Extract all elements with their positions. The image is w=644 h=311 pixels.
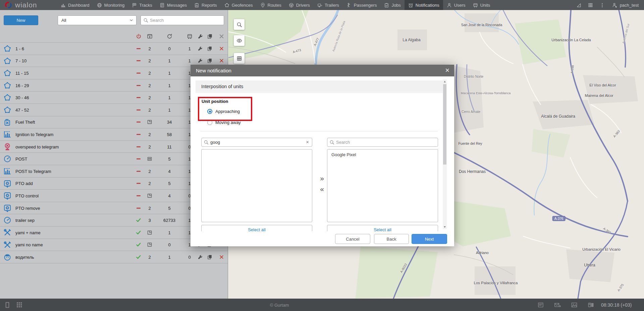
image-icon[interactable] (571, 302, 578, 308)
nav-item-units[interactable]: Units (469, 0, 494, 10)
disabled-dash-icon[interactable] (133, 193, 144, 198)
panel-search-input[interactable] (150, 16, 220, 25)
column-header-autoplay-icon[interactable] (145, 34, 155, 39)
disabled-dash-icon[interactable] (133, 95, 144, 100)
scrollbar-thumb[interactable] (443, 84, 446, 165)
unit-list-item[interactable]: Google Pixel (327, 149, 438, 160)
edit-wrench-icon[interactable] (195, 58, 205, 63)
column-header-delete-icon[interactable] (216, 34, 226, 39)
delete-icon[interactable] (216, 58, 226, 63)
clear-search-icon[interactable]: × (306, 139, 309, 145)
panel-window-icon (145, 193, 155, 198)
column-header-power-icon[interactable] (133, 34, 144, 39)
doc-icon[interactable] (537, 302, 544, 308)
radio-moving-away-control[interactable] (207, 120, 212, 125)
disabled-dash-icon[interactable] (133, 156, 144, 162)
disabled-dash-icon[interactable] (133, 205, 144, 211)
actions-count: 2 (145, 107, 155, 112)
disabled-dash-icon[interactable] (133, 46, 144, 51)
nav-item-jobs[interactable]: Jobs (380, 0, 404, 10)
wialon-logo[interactable]: wialon (0, 1, 57, 9)
disabled-dash-icon[interactable] (133, 107, 144, 113)
delete-icon[interactable] (216, 46, 226, 51)
edit-wrench-icon[interactable] (195, 254, 205, 260)
nav-item-drivers[interactable]: Drivers (285, 0, 314, 10)
disabled-dash-icon[interactable] (133, 83, 144, 88)
user-menu[interactable]: pach_test (608, 0, 644, 10)
actions-count: 2 (145, 254, 155, 259)
selected-units-search-input[interactable] (336, 138, 427, 146)
select-all-left-link[interactable]: Select all (248, 227, 266, 231)
layout-icon[interactable] (588, 302, 594, 308)
scroll-down-icon[interactable] (444, 226, 446, 228)
copy-icon[interactable] (205, 254, 215, 260)
new-notification-button[interactable]: New (4, 15, 38, 25)
cancel-button[interactable]: Cancel (335, 234, 370, 244)
notification-row[interactable]: 1 - 6201 (0, 43, 228, 55)
next-button[interactable]: Next (412, 234, 447, 244)
selected-units-list[interactable]: Google Pixel (327, 149, 438, 222)
nav-tool-apps[interactable] (585, 0, 596, 10)
close-icon[interactable]: × (445, 65, 449, 75)
available-units-list[interactable] (201, 149, 312, 222)
map-search-button[interactable] (234, 19, 245, 30)
nav-item-passengers[interactable]: Passengers (343, 0, 381, 10)
notification-name: Fuel Theft (15, 120, 35, 125)
copy-icon (207, 34, 213, 39)
nav-item-monitoring[interactable]: Monitoring (93, 0, 128, 10)
disabled-dash-icon[interactable] (133, 144, 144, 149)
edit-wrench-icon[interactable] (195, 46, 205, 51)
nav-item-tracks[interactable]: Tracks (128, 0, 156, 10)
nav-tool-tools[interactable] (573, 0, 585, 10)
nav-item-routes[interactable]: Routes (257, 0, 285, 10)
disabled-dash-icon[interactable] (133, 181, 144, 186)
copy-icon[interactable] (205, 46, 215, 51)
enabled-check-icon[interactable] (133, 254, 144, 260)
select-all-left-box: Select all (201, 225, 312, 231)
move-right-button[interactable]: » (315, 174, 329, 182)
enabled-check-icon[interactable] (133, 242, 144, 247)
column-header-bus-icon[interactable] (184, 34, 195, 39)
nav-item-reports[interactable]: Reports (191, 0, 221, 10)
panel-toggle-icon[interactable] (4, 302, 11, 308)
copy-icon[interactable] (205, 58, 215, 63)
scroll-up-icon[interactable] (444, 81, 446, 82)
nav-item-users[interactable]: Users (443, 0, 469, 10)
mail-icon[interactable] (554, 302, 561, 308)
move-left-button[interactable]: « (315, 185, 329, 193)
radio-moving-away[interactable]: Moving away (207, 120, 241, 125)
panel-window-icon (145, 119, 155, 125)
available-units-search-input[interactable] (210, 138, 301, 146)
disabled-dash-icon[interactable] (133, 58, 144, 63)
column-header-wrench-icon[interactable] (195, 34, 205, 39)
disabled-dash-icon[interactable] (133, 169, 144, 174)
enabled-check-icon[interactable] (133, 217, 144, 223)
enabled-check-icon[interactable] (133, 230, 144, 235)
delete-icon[interactable] (216, 254, 226, 259)
nav-item-notifications[interactable]: Notifications (405, 0, 443, 10)
modal-scrollbar[interactable] (443, 79, 447, 229)
nav-item-geofences[interactable]: Geofences (221, 0, 257, 10)
map-visibility-button[interactable] (234, 35, 245, 46)
column-header-copy-icon[interactable] (205, 34, 215, 39)
radio-approaching[interactable]: Approaching (207, 109, 240, 114)
notification-row[interactable]: водитель210 (0, 251, 228, 263)
nav-item-dashboard[interactable]: Dashboard (57, 0, 93, 10)
triggered-count: 0 (161, 242, 177, 247)
map-layers-button[interactable] (234, 53, 245, 64)
nav-tool-more[interactable] (596, 0, 608, 10)
radio-approaching-control[interactable] (207, 109, 212, 114)
grid-icon[interactable] (16, 302, 23, 308)
nav-item-trailers[interactable]: Trailers (314, 0, 343, 10)
disabled-dash-icon[interactable] (133, 132, 144, 137)
nav-item-messages[interactable]: Messages (156, 0, 191, 10)
column-header-refresh-icon[interactable] (161, 34, 177, 39)
disabled-dash-icon[interactable] (133, 70, 144, 76)
notification-name: PTO add (15, 181, 33, 186)
notification-name: 11 - 15 (15, 70, 29, 75)
back-button[interactable]: Back (374, 234, 409, 244)
select-all-right-link[interactable]: Select all (374, 227, 391, 231)
disabled-dash-icon[interactable] (133, 119, 144, 125)
filter-select[interactable]: All (58, 15, 137, 25)
status-bar: © Gurtam 08:30:18 (+03) (0, 299, 644, 311)
